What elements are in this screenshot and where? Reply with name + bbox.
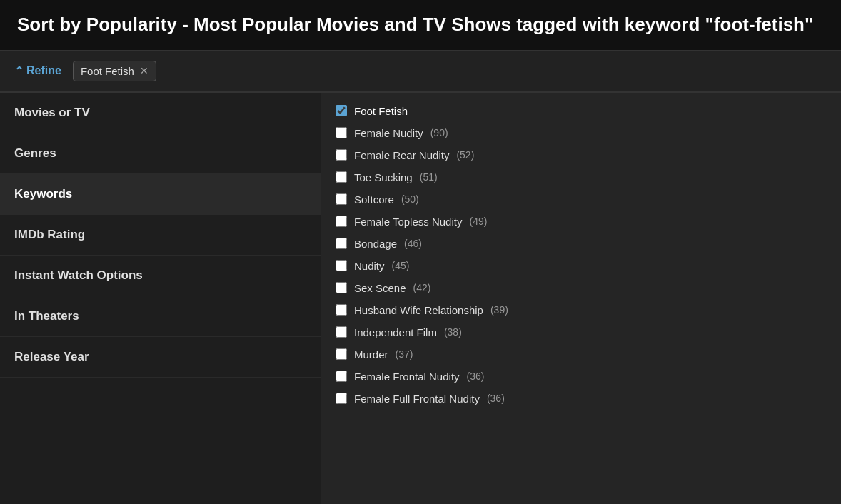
keyword-count-independent-film: (38)	[444, 326, 462, 338]
keyword-name-murder: Murder	[354, 348, 388, 361]
keyword-item-husband-wife-relationship[interactable]: Husband Wife Relationship(39)	[333, 299, 830, 321]
keyword-count-toe-sucking: (51)	[420, 171, 438, 183]
keyword-name-bondage: Bondage	[354, 238, 397, 250]
page-container: Sort by Popularity - Most Popular Movies…	[0, 0, 841, 504]
keyword-item-female-nudity[interactable]: Female Nudity(90)	[333, 122, 830, 144]
keyword-checkbox-female-nudity[interactable]	[336, 127, 347, 138]
keyword-item-female-rear-nudity[interactable]: Female Rear Nudity(52)	[333, 144, 830, 166]
sidebar-item-movies-or-tv[interactable]: Movies or TV	[0, 93, 321, 133]
keyword-name-female-rear-nudity: Female Rear Nudity	[354, 149, 449, 161]
keyword-count-softcore: (50)	[401, 193, 419, 205]
keyword-checkbox-female-rear-nudity[interactable]	[336, 149, 347, 161]
keyword-item-softcore[interactable]: Softcore(50)	[333, 188, 830, 211]
keyword-item-sex-scene[interactable]: Sex Scene(42)	[333, 277, 830, 299]
keyword-item-toe-sucking[interactable]: Toe Sucking(51)	[333, 166, 830, 188]
active-filter-tag[interactable]: Foot Fetish ✕	[73, 61, 156, 81]
refine-label-text: Refine	[26, 64, 61, 77]
keyword-count-female-nudity: (90)	[430, 127, 448, 138]
sidebar: Movies or TVGenresKeywordsIMDb RatingIns…	[0, 93, 321, 504]
keyword-item-female-frontal-nudity[interactable]: Female Frontal Nudity(36)	[333, 366, 830, 388]
sidebar-item-in-theaters[interactable]: In Theaters	[0, 296, 321, 337]
keyword-item-foot-fetish[interactable]: Foot Fetish	[333, 100, 830, 122]
keyword-name-foot-fetish: Foot Fetish	[354, 105, 408, 117]
sidebar-item-imdb-rating[interactable]: IMDb Rating	[0, 215, 321, 256]
keyword-count-female-rear-nudity: (52)	[456, 149, 474, 161]
keyword-name-independent-film: Independent Film	[354, 326, 437, 338]
keyword-name-nudity: Nudity	[354, 260, 385, 272]
keyword-checkbox-sex-scene[interactable]	[336, 282, 347, 293]
keyword-checkbox-female-topless-nudity[interactable]	[336, 216, 347, 227]
keyword-checkbox-female-full-frontal-nudity[interactable]	[336, 393, 347, 404]
keyword-checkbox-husband-wife-relationship[interactable]	[336, 304, 347, 316]
keyword-count-murder: (37)	[396, 348, 413, 360]
keyword-panel: Foot FetishFemale Nudity(90)Female Rear …	[321, 93, 841, 504]
keyword-item-independent-film[interactable]: Independent Film(38)	[333, 321, 830, 343]
page-title: Sort by Popularity - Most Popular Movies…	[0, 0, 841, 51]
keyword-name-female-full-frontal-nudity: Female Full Frontal Nudity	[354, 393, 480, 405]
keyword-checkbox-murder[interactable]	[336, 348, 347, 360]
refine-bar: ⌃ Refine Foot Fetish ✕	[0, 51, 841, 93]
keyword-item-female-full-frontal-nudity[interactable]: Female Full Frontal Nudity(36)	[333, 388, 830, 410]
sidebar-item-genres[interactable]: Genres	[0, 133, 321, 174]
sidebar-item-keywords[interactable]: Keywords	[0, 174, 321, 215]
keyword-item-murder[interactable]: Murder(37)	[333, 343, 830, 366]
keyword-count-female-topless-nudity: (49)	[469, 216, 487, 227]
keyword-name-female-nudity: Female Nudity	[354, 127, 423, 139]
sidebar-item-release-year[interactable]: Release Year	[0, 337, 321, 378]
refine-button[interactable]: ⌃ Refine	[14, 64, 61, 78]
keyword-checkbox-bondage[interactable]	[336, 238, 347, 249]
keyword-count-female-full-frontal-nudity: (36)	[487, 393, 505, 404]
filter-tag-label: Foot Fetish	[81, 65, 134, 77]
keyword-checkbox-independent-film[interactable]	[336, 326, 347, 338]
filter-tag-close-icon[interactable]: ✕	[140, 65, 148, 76]
keyword-checkbox-female-frontal-nudity[interactable]	[336, 371, 347, 382]
keyword-item-bondage[interactable]: Bondage(46)	[333, 233, 830, 255]
keyword-checkbox-softcore[interactable]	[336, 193, 347, 205]
keyword-count-nudity: (45)	[392, 260, 410, 271]
keyword-count-husband-wife-relationship: (39)	[490, 304, 508, 316]
keyword-item-nudity[interactable]: Nudity(45)	[333, 255, 830, 277]
keyword-checkbox-foot-fetish[interactable]	[336, 105, 347, 116]
main-content: Movies or TVGenresKeywordsIMDb RatingIns…	[0, 93, 841, 504]
keyword-item-female-topless-nudity[interactable]: Female Topless Nudity(49)	[333, 211, 830, 233]
keyword-name-female-frontal-nudity: Female Frontal Nudity	[354, 371, 460, 383]
sidebar-item-instant-watch[interactable]: Instant Watch Options	[0, 256, 321, 296]
keyword-count-bondage: (46)	[404, 238, 422, 249]
refine-chevron-icon: ⌃	[14, 64, 24, 78]
keyword-name-softcore: Softcore	[354, 193, 394, 206]
keyword-count-female-frontal-nudity: (36)	[467, 371, 485, 382]
keyword-name-husband-wife-relationship: Husband Wife Relationship	[354, 304, 483, 316]
keyword-name-toe-sucking: Toe Sucking	[354, 171, 413, 183]
keyword-count-sex-scene: (42)	[413, 282, 431, 293]
keyword-name-female-topless-nudity: Female Topless Nudity	[354, 216, 462, 228]
keyword-list[interactable]: Foot FetishFemale Nudity(90)Female Rear …	[321, 93, 841, 504]
keyword-checkbox-nudity[interactable]	[336, 260, 347, 271]
keyword-name-sex-scene: Sex Scene	[354, 282, 406, 294]
keyword-checkbox-toe-sucking[interactable]	[336, 171, 347, 183]
